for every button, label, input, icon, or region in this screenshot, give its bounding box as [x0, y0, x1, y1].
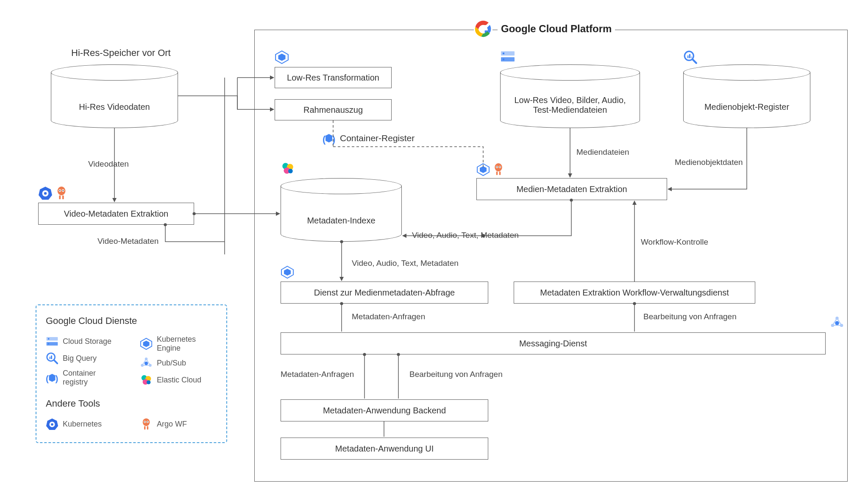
svg-line-27 [693, 59, 696, 63]
svg-marker-13 [326, 134, 332, 142]
svg-point-2 [44, 192, 47, 195]
kubernetes-icon [46, 418, 58, 430]
media-obj-register-label: Medienobjekt-Register [683, 90, 810, 124]
argo-icon [492, 162, 504, 176]
kubernetes-icon [38, 186, 53, 200]
messaging-svc: Messaging-Dienst [281, 332, 826, 354]
edge-proc-requests2: Bearbeitung von Anfragen [409, 370, 503, 379]
container-register-label: Container-Register [340, 133, 415, 143]
svg-rect-25 [689, 54, 690, 59]
svg-point-7 [63, 190, 64, 191]
svg-text:): ) [56, 374, 58, 383]
edge-workflow-ctrl: Workflow-Kontrolle [641, 237, 708, 247]
svg-rect-26 [691, 56, 692, 58]
argo-icon [140, 418, 153, 430]
svg-marker-57 [49, 374, 56, 382]
gcp-title: Google Cloud Platform [498, 23, 615, 35]
kubernetes-engine-icon [281, 265, 294, 279]
edge-mediendateien: Mediendateien [576, 148, 629, 157]
video-meta-extract: Video-Metadaten Extraktion [38, 203, 194, 225]
elastic-cloud-icon [281, 161, 295, 176]
svg-rect-53 [49, 357, 50, 359]
svg-rect-50 [48, 338, 49, 340]
svg-marker-29 [480, 166, 487, 173]
container-registry-icon: () [322, 131, 336, 145]
media-meta-extract: Medien-Metadaten Extraktion [476, 178, 667, 200]
edge-videodaten: Videodaten [88, 159, 129, 169]
kubernetes-engine-icon [140, 337, 153, 350]
svg-point-6 [59, 190, 60, 191]
svg-point-33 [496, 167, 497, 167]
svg-point-71 [147, 380, 150, 384]
svg-rect-8 [59, 195, 61, 199]
edge-meta-requests: Metadaten-Anfragen [352, 312, 425, 321]
svg-rect-22 [503, 59, 504, 60]
edge-vatm: Video, Audio, Text, Metadaten [412, 231, 519, 240]
meta-workflow-svc: Metadaten Extraktion Workflow-Verwaltung… [514, 282, 755, 304]
kubernetes-engine-icon [275, 50, 289, 64]
svg-point-74 [51, 424, 53, 426]
legend-elastic-cloud: Elastic Cloud [157, 376, 201, 385]
svg-marker-38 [284, 269, 291, 276]
svg-text:(: ( [46, 374, 49, 383]
edge-vatm2: Video, Audio, Text, Metadaten [352, 259, 459, 268]
media-obj-register: Medienobjekt-Register [683, 64, 810, 128]
architecture-diagram: Google Cloud Platform Hi-Res-Speicher vo… [0, 0, 868, 502]
svg-text:(: ( [323, 134, 326, 145]
svg-text:): ) [332, 134, 335, 145]
svg-rect-81 [147, 426, 148, 429]
svg-marker-11 [278, 54, 286, 61]
pubsub-icon [140, 357, 153, 369]
lowres-media: Low-Res Video, Bilder, Audio, Test-Medie… [500, 64, 640, 128]
svg-point-75 [143, 418, 150, 426]
legend-pubsub: Pub/Sub [157, 359, 186, 368]
meta-query-svc: Dienst zur Medienmetadaten-Abfrage [281, 282, 488, 304]
svg-point-45 [835, 321, 839, 325]
svg-point-3 [58, 187, 66, 195]
argo-icon [55, 186, 68, 200]
legend-argo: Argo WF [157, 420, 187, 429]
onprem-title: Hi-Res-Speicher vor Ort [71, 47, 171, 59]
kubernetes-engine-icon [476, 163, 490, 176]
svg-point-30 [495, 163, 502, 171]
svg-point-78 [145, 421, 145, 422]
edge-video-metadata: Video-Metadaten [97, 237, 159, 246]
container-registry-icon: () [46, 371, 58, 384]
lowres-transform: Low-Res Transformation [275, 67, 392, 88]
hires-db-label: Hi-Res Videodaten [51, 90, 178, 124]
legend-gc-title: Google Cloud Dienste [46, 315, 217, 326]
edge-proc-requests: Bearbeitung von Anfragen [643, 312, 737, 321]
legend-kubernetes: Kubernetes [63, 420, 102, 429]
meta-app-ui: Metadaten-Anwendung UI [281, 438, 488, 460]
svg-rect-36 [499, 171, 501, 175]
svg-point-79 [147, 421, 148, 422]
legend-kubernetes-engine: Kubernetes Engine [157, 335, 217, 352]
metadata-index-label: Metadaten-Indexe [281, 204, 402, 237]
legend-container-registry: Container registry [63, 369, 123, 386]
legend-big-query: Big Query [63, 354, 97, 363]
edge-meta-requests2: Metadaten-Anfragen [281, 370, 354, 379]
legend: Google Cloud Dienste Cloud Storage Big Q… [36, 304, 227, 443]
svg-rect-80 [144, 426, 145, 429]
google-cloud-icon [474, 20, 492, 38]
big-query-icon [683, 50, 698, 64]
edge-medienobjektdaten: Medienobjektdaten [675, 158, 743, 167]
svg-point-67 [145, 362, 148, 365]
cloud-storage-icon [46, 335, 58, 348]
svg-rect-21 [503, 53, 504, 54]
svg-point-18 [288, 169, 293, 173]
legend-other-title: Andere Tools [46, 398, 217, 409]
svg-rect-54 [51, 355, 52, 359]
svg-point-34 [499, 167, 500, 167]
meta-app-backend: Metadaten-Anwendung Backend [281, 399, 488, 421]
big-query-icon [46, 352, 58, 365]
pubsub-icon [830, 315, 844, 330]
lowres-media-label: Low-Res Video, Bilder, Audio, Test-Medie… [500, 86, 640, 124]
svg-line-55 [54, 360, 58, 364]
elastic-cloud-icon [140, 374, 153, 386]
svg-rect-24 [687, 56, 689, 58]
metadata-index: Metadaten-Indexe [281, 178, 402, 242]
svg-rect-35 [496, 171, 498, 175]
cloud-storage-icon [500, 50, 515, 63]
rahmenauszug: Rahmenauszug [275, 99, 392, 120]
